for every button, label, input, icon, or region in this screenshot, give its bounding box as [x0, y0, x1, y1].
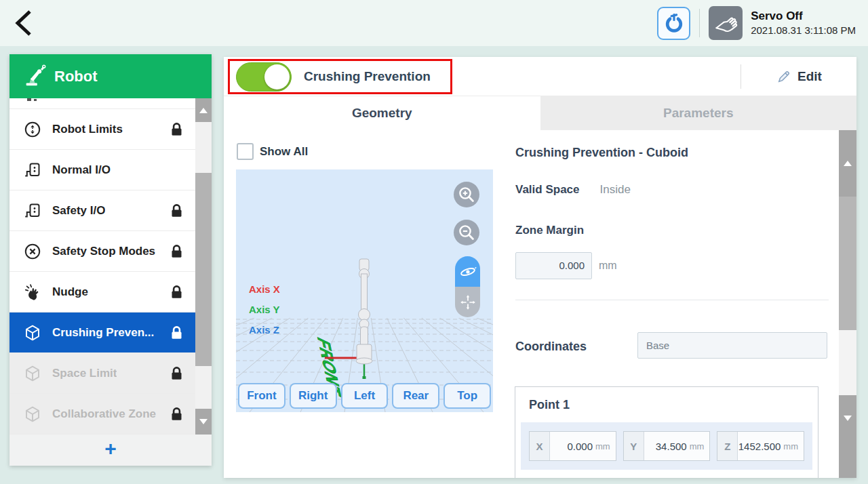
back-button[interactable] — [11, 8, 38, 38]
lock-icon — [170, 285, 183, 300]
axis-x-label: Axis X — [249, 283, 280, 295]
sidebar-item-nudge[interactable]: Nudge — [9, 272, 195, 312]
highlight-annotation-box — [228, 59, 452, 94]
orbit-mode-button[interactable] — [455, 256, 480, 287]
valid-space-row: Valid Space Inside — [515, 183, 631, 197]
edit-button[interactable]: Edit — [741, 57, 856, 96]
point-x-field[interactable]: X 0.000 mm — [529, 431, 616, 461]
sidebar-item-safety-io[interactable]: Safety I/O — [9, 190, 195, 231]
top-bar: Servo Off 2021.08.31 3:11:08 PM — [0, 0, 868, 46]
axis-y-label: Axis Y — [249, 304, 280, 315]
show-all-checkbox[interactable]: Show All — [237, 143, 308, 160]
zoom-out-button[interactable] — [454, 220, 479, 245]
view-control-pill — [455, 256, 480, 317]
field-axis-label: Z — [717, 432, 738, 460]
sidebar-title: Robot — [54, 68, 98, 85]
fragment-mark — [34, 99, 37, 101]
view-rear-button[interactable]: Rear — [392, 383, 439, 409]
zone-margin-unit: mm — [599, 252, 617, 279]
sidebar-scrollbar — [195, 98, 212, 435]
view-left-button[interactable]: Left — [341, 383, 389, 409]
scroll-up-icon — [199, 108, 208, 113]
scroll-up-icon — [844, 161, 852, 166]
axis-z-label: Axis Z — [249, 324, 279, 336]
pencil-icon — [776, 68, 792, 85]
sidebar-item-label: Space Limit — [52, 367, 117, 380]
3d-viewport[interactable]: FRONT Axis X Axis Y Axis Z — [236, 169, 493, 412]
stop-modes-icon — [22, 241, 43, 262]
fragment-mark — [27, 98, 31, 101]
sidebar-item-space-limit[interactable]: Space Limit — [9, 353, 195, 394]
plus-icon: + — [104, 439, 117, 459]
view-top-button[interactable]: Top — [443, 383, 491, 409]
sidebar: Robot Robot Limits — [9, 54, 212, 466]
view-buttons: Front Right Left Rear Top — [238, 383, 491, 409]
lock-icon — [170, 325, 183, 340]
cube-icon — [22, 323, 43, 343]
main-panel: Crushing Prevention Edit Geometry Parame… — [224, 57, 856, 478]
zoom-in-button[interactable] — [454, 182, 479, 207]
robot-arm-icon — [22, 64, 47, 89]
field-unit: mm — [783, 441, 798, 451]
scrollbar-track — [839, 330, 856, 395]
lock-icon — [170, 366, 183, 381]
sidebar-item-label: Collaborative Zone — [52, 407, 156, 421]
point-fields-row: X 0.000 mm Y 34.500 mm Z 1452 — [521, 422, 812, 470]
point-z-field[interactable]: Z 1452.500 mm — [717, 431, 804, 461]
sidebar-item-safety-stop-modes[interactable]: Safety Stop Modes — [9, 231, 195, 272]
valid-space-value: Inside — [600, 183, 631, 197]
pan-mode-button[interactable] — [455, 287, 480, 317]
io-icon — [22, 201, 43, 221]
field-unit: mm — [690, 441, 705, 451]
scrollbar-thumb[interactable] — [839, 197, 856, 330]
field-axis-label: X — [530, 432, 550, 460]
coordinates-label: Coordinates — [515, 340, 587, 354]
tab-parameters[interactable]: Parameters — [540, 96, 857, 130]
servo-status: Servo Off 2021.08.31 3:11:08 PM — [751, 9, 856, 37]
open-ring-icon — [663, 12, 685, 34]
zoom-in-icon — [456, 184, 477, 205]
sidebar-item-label: Nudge — [52, 285, 88, 299]
zoom-out-icon — [456, 222, 477, 243]
field-value: 0.000 — [567, 441, 593, 452]
scroll-down-button[interactable] — [839, 395, 856, 478]
sidebar-item-label: Robot Limits — [52, 123, 123, 136]
scroll-down-button[interactable] — [195, 409, 212, 435]
edit-label: Edit — [797, 69, 822, 84]
sidebar-item-normal-io[interactable]: Normal I/O — [9, 150, 195, 190]
scrollbar-thumb[interactable] — [195, 173, 212, 366]
main-header: Crushing Prevention Edit — [224, 57, 856, 96]
field-axis-label: Y — [624, 432, 644, 460]
scroll-up-button[interactable] — [839, 130, 856, 197]
cube-icon — [22, 404, 43, 424]
sidebar-item-label: Safety I/O — [52, 204, 105, 218]
tab-bar: Geometry Parameters — [224, 96, 856, 130]
cube-icon — [22, 363, 43, 384]
sidebar-header: Robot — [9, 54, 212, 98]
sidebar-item-label: Safety Stop Modes — [52, 245, 155, 258]
lock-icon — [170, 407, 183, 422]
details-scrollbar — [839, 130, 856, 478]
sidebar-menu: Robot Limits Normal I/O — [9, 109, 195, 435]
lock-icon — [170, 244, 183, 259]
collision-status-button[interactable] — [657, 7, 690, 40]
io-icon — [22, 160, 43, 180]
tab-geometry[interactable]: Geometry — [224, 96, 540, 130]
coordinates-select[interactable]: Base — [637, 332, 827, 359]
point-1-card: Point 1 X 0.000 mm Y 34.500 mm — [515, 386, 818, 478]
nudge-hand-icon — [22, 282, 43, 302]
section-divider — [515, 300, 829, 300]
point-y-field[interactable]: Y 34.500 mm — [623, 431, 711, 461]
scroll-down-icon — [844, 416, 852, 421]
view-front-button[interactable]: Front — [238, 383, 285, 409]
sidebar-item-robot-limits[interactable]: Robot Limits — [9, 109, 195, 150]
sidebar-item-crushing-prevention[interactable]: Crushing Preven... — [9, 312, 195, 353]
zone-margin-input[interactable]: 0.000 — [515, 252, 592, 279]
field-value: 34.500 — [656, 441, 687, 452]
add-item-button[interactable]: + — [9, 435, 212, 466]
scroll-up-button[interactable] — [195, 98, 212, 122]
zone-margin-label: Zone Margin — [515, 224, 584, 237]
sidebar-item-collaborative-zone[interactable]: Collaborative Zone — [9, 394, 195, 435]
valid-space-label: Valid Space — [515, 183, 580, 197]
view-right-button[interactable]: Right — [290, 383, 337, 409]
